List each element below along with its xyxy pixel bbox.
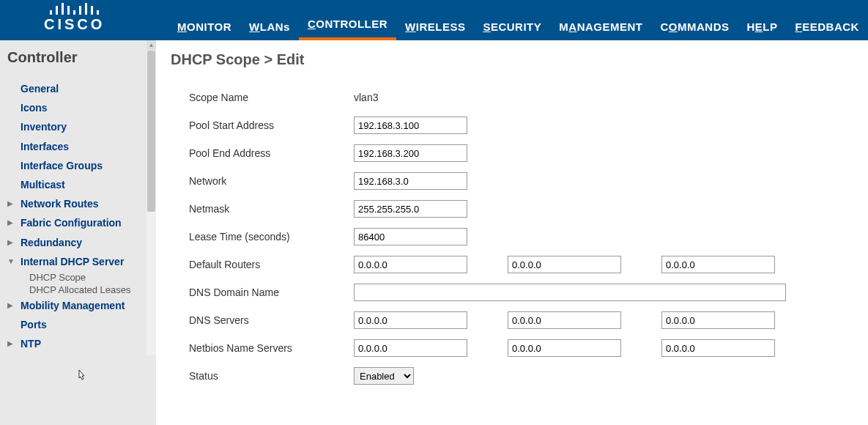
sidebar-item-ports[interactable]: Ports (7, 315, 146, 334)
status-select[interactable]: Enabled (354, 367, 414, 385)
expand-icon (7, 101, 16, 103)
sidebar-item-interfaces[interactable]: Interfaces (7, 137, 146, 156)
content: Controller GeneralIconsInventoryInterfac… (0, 40, 868, 425)
expand-icon: ▶ (7, 216, 16, 226)
scope-name-value: vlan3 (354, 92, 378, 103)
sidebar-item-interface-groups[interactable]: Interface Groups (7, 156, 146, 175)
sidebar: Controller GeneralIconsInventoryInterfac… (0, 40, 146, 425)
sidebar-item-network-routes[interactable]: ▶Network Routes (7, 194, 146, 213)
scroll-up-icon[interactable]: ▲ (146, 40, 156, 50)
sidebar-item-fabric-configuration[interactable]: ▶Fabric Configuration (7, 213, 146, 232)
sidebar-item-multicast[interactable]: Multicast (7, 175, 146, 194)
lease-label: Lease Time (seconds) (189, 231, 354, 243)
status-label: Status (189, 370, 354, 382)
sidebar-item-label: Inventory (21, 120, 67, 133)
expand-icon: ▼ (7, 255, 16, 265)
router-3-input[interactable] (661, 256, 775, 273)
sidebar-item-label: Mobility Management (21, 299, 125, 312)
sidebar-item-inventory[interactable]: Inventory (7, 117, 146, 136)
main-panel: DHCP Scope > Edit Scope Name vlan3 Pool … (156, 40, 868, 425)
sidebar-item-label: NTP (21, 337, 41, 350)
netbios-2-input[interactable] (508, 339, 621, 357)
sidebar-item-label: Interfaces (21, 140, 69, 153)
routers-label: Default Routers (189, 259, 354, 270)
netmask-label: Netmask (189, 203, 354, 215)
nav-monitor[interactable]: MONITOR (168, 10, 240, 40)
sidebar-item-label: Multicast (21, 178, 65, 191)
expand-icon (7, 82, 16, 84)
expand-icon (7, 140, 16, 142)
pool-end-label: Pool End Address (189, 147, 354, 159)
expand-icon (7, 120, 16, 122)
nav-feedback[interactable]: FEEDBACK (787, 10, 868, 40)
netbios-1-input[interactable] (354, 339, 467, 357)
sidebar-item-label: Network Routes (21, 197, 99, 210)
nav-help[interactable]: HELP (738, 10, 787, 40)
main-nav: MONITORWLANsCONTROLLERWIRELESSSECURITYMA… (168, 0, 868, 40)
expand-icon: ▶ (7, 197, 16, 207)
sidebar-item-general[interactable]: General (7, 79, 146, 98)
dns-1-input[interactable] (354, 311, 467, 329)
sidebar-item-ntp[interactable]: ▶NTP (7, 334, 146, 353)
nav-security[interactable]: SECURITY (474, 10, 550, 40)
sidebar-title: Controller (7, 49, 146, 66)
router-2-input[interactable] (508, 256, 621, 273)
page-title: DHCP Scope > Edit (171, 51, 853, 68)
dns-3-input[interactable] (661, 311, 775, 329)
network-label: Network (189, 175, 354, 187)
sidebar-item-label: Internal DHCP Server (21, 255, 124, 268)
sidebar-wrap: Controller GeneralIconsInventoryInterfac… (0, 40, 156, 425)
cisco-logo: CISCO (44, 3, 105, 33)
sidebar-item-label: Ports (21, 318, 47, 331)
expand-icon: ▶ (7, 337, 16, 347)
dns-domain-label: DNS Domain Name (189, 287, 354, 298)
sidebar-item-label: General (21, 82, 59, 95)
nav-management[interactable]: MANAGEMENT (550, 10, 651, 40)
sidebar-item-label: Icons (21, 101, 48, 114)
pool-end-input[interactable] (354, 144, 467, 162)
netbios-3-input[interactable] (661, 339, 775, 357)
router-1-input[interactable] (354, 256, 467, 273)
nav-wireless[interactable]: WIRELESS (396, 10, 474, 40)
nav-controller[interactable]: CONTROLLER (299, 7, 396, 40)
dhcp-edit-form: Scope Name vlan3 Pool Start Address Pool… (189, 89, 853, 385)
nav-commands[interactable]: COMMANDS (651, 10, 738, 40)
logo-text: CISCO (44, 16, 105, 33)
network-input[interactable] (354, 172, 467, 190)
sidebar-item-internal-dhcp-server[interactable]: ▼Internal DHCP Server (7, 252, 146, 271)
lease-input[interactable] (354, 228, 467, 245)
sidebar-subitem-dhcp-scope[interactable]: DHCP Scope (29, 271, 146, 284)
expand-icon (7, 159, 16, 161)
sidebar-item-label: Fabric Configuration (21, 216, 122, 229)
dns-2-input[interactable] (508, 311, 621, 329)
dns-domain-input[interactable] (354, 284, 786, 301)
netbios-label: Netbios Name Servers (189, 342, 354, 354)
scope-name-label: Scope Name (189, 92, 354, 103)
sidebar-item-mobility-management[interactable]: ▶Mobility Management (7, 296, 146, 315)
pool-start-input[interactable] (354, 117, 467, 134)
sidebar-item-label: Redundancy (21, 236, 82, 249)
expand-icon: ▶ (7, 236, 16, 246)
sidebar-item-redundancy[interactable]: ▶Redundancy (7, 233, 146, 252)
expand-icon: ▶ (7, 299, 16, 309)
dns-servers-label: DNS Servers (189, 314, 354, 326)
scrollbar[interactable]: ▲ (146, 40, 156, 355)
sidebar-subitem-dhcp-allocated-leases[interactable]: DHCP Allocated Leases (29, 284, 146, 296)
nav-wlans[interactable]: WLANs (240, 10, 299, 40)
sidebar-item-icons[interactable]: Icons (7, 98, 146, 117)
expand-icon (7, 178, 16, 180)
scroll-thumb[interactable] (147, 51, 155, 212)
netmask-input[interactable] (354, 200, 467, 218)
topbar: CISCO MONITORWLANsCONTROLLERWIRELESSSECU… (0, 0, 868, 40)
pool-start-label: Pool Start Address (189, 119, 354, 131)
expand-icon (7, 318, 16, 320)
sidebar-item-label: Interface Groups (21, 159, 103, 172)
